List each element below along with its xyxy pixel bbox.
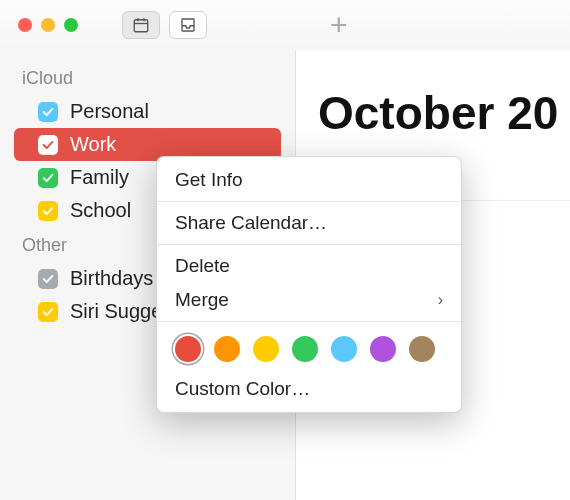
minimize-button[interactable] (41, 18, 55, 32)
checkmark-icon (41, 272, 55, 286)
menu-separator (157, 321, 461, 322)
menu-get-info[interactable]: Get Info (157, 163, 461, 197)
svg-rect-0 (134, 20, 148, 32)
add-event-button[interactable]: + (330, 10, 348, 40)
calendar-checkbox[interactable] (38, 168, 58, 188)
calendar-label: School (70, 199, 131, 222)
context-menu: Get Info Share Calendar… Delete Merge › … (156, 156, 462, 413)
menu-separator (157, 244, 461, 245)
color-swatch[interactable] (292, 336, 318, 362)
sidebar-item[interactable]: Personal (0, 95, 295, 128)
calendar-checkbox[interactable] (38, 269, 58, 289)
color-swatch[interactable] (175, 336, 201, 362)
calendar-label: Family (70, 166, 129, 189)
calendar-checkbox[interactable] (38, 135, 58, 155)
titlebar (0, 0, 570, 50)
inbox-icon (179, 16, 197, 34)
checkmark-icon (41, 305, 55, 319)
calendar-list-button[interactable] (122, 11, 160, 39)
color-swatch[interactable] (331, 336, 357, 362)
menu-label: Merge (175, 289, 229, 311)
color-swatch-row (157, 326, 461, 372)
close-button[interactable] (18, 18, 32, 32)
menu-separator (157, 201, 461, 202)
month-title: October 20 (296, 50, 570, 140)
calendar-checkbox[interactable] (38, 302, 58, 322)
checkmark-icon (41, 105, 55, 119)
checkmark-icon (41, 204, 55, 218)
inbox-button[interactable] (169, 11, 207, 39)
chevron-right-icon: › (438, 291, 443, 309)
section-header-icloud: iCloud (0, 60, 295, 95)
calendar-label: Personal (70, 100, 149, 123)
menu-merge[interactable]: Merge › (157, 283, 461, 317)
checkmark-icon (41, 171, 55, 185)
menu-delete[interactable]: Delete (157, 249, 461, 283)
menu-share-calendar[interactable]: Share Calendar… (157, 206, 461, 240)
calendar-checkbox[interactable] (38, 201, 58, 221)
zoom-button[interactable] (64, 18, 78, 32)
calendar-label: Work (70, 133, 116, 156)
color-swatch[interactable] (253, 336, 279, 362)
menu-custom-color[interactable]: Custom Color… (157, 372, 461, 406)
calendar-label: Birthdays (70, 267, 153, 290)
color-swatch[interactable] (409, 336, 435, 362)
color-swatch[interactable] (370, 336, 396, 362)
calendar-checkbox[interactable] (38, 102, 58, 122)
color-swatch[interactable] (214, 336, 240, 362)
calendar-icon (132, 16, 150, 34)
checkmark-icon (41, 138, 55, 152)
